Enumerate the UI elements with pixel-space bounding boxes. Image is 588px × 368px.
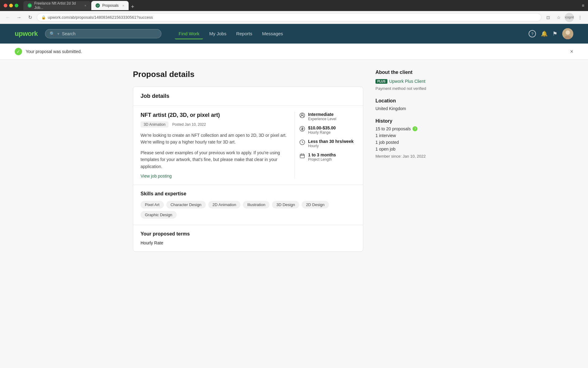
flag-icon[interactable]: ⚑ <box>552 30 557 37</box>
search-bar[interactable]: 🔍 ▾ Search <box>45 29 161 38</box>
close-dot[interactable] <box>4 4 7 7</box>
length-value: 1 to 3 months <box>308 152 336 157</box>
job-details-card: Job details NFT artist (2D, 3D, or pixel… <box>133 86 363 252</box>
user-avatar[interactable] <box>562 28 573 39</box>
main-content: Proposal details Job details NFT artist … <box>126 60 462 269</box>
tab1-title: Freelance Nft Artist 2d 3d Job... <box>34 1 81 10</box>
skill-2d-animation: 2D Animation <box>208 201 240 209</box>
job-description-1: We're looking to create an NFT collectio… <box>141 132 288 146</box>
experience-content: Intermediate Experience Level <box>308 112 336 121</box>
browser-tab-2[interactable]: U Proposals × <box>91 1 129 10</box>
maximize-dot[interactable] <box>15 4 18 7</box>
job-description-2: Please send over examples of your previo… <box>141 149 288 170</box>
upwork-logo[interactable]: upwork <box>15 30 38 38</box>
notifications-icon[interactable]: 🔔 <box>541 30 548 37</box>
incognito-profile[interactable]: Incognito <box>565 13 574 22</box>
tab2-title: Proposals <box>102 3 119 8</box>
job-info: NFT artist (2D, 3D, or pixel art) 3D Ani… <box>141 112 288 178</box>
tab2-close-icon[interactable]: × <box>122 4 124 7</box>
page-content: ✓ Your proposal was submitted. × Proposa… <box>0 44 588 368</box>
tab1-close-icon[interactable]: × <box>85 4 86 7</box>
incognito-label: Incognito <box>565 16 574 19</box>
clock-icon <box>300 140 305 146</box>
logo-text: upwork <box>15 30 38 37</box>
svg-point-4 <box>301 114 303 116</box>
location-section: Location United Kingdom <box>375 98 455 111</box>
svg-rect-7 <box>300 154 304 158</box>
help-icon[interactable]: ? <box>529 30 536 37</box>
job-posted: Posted Jan 10, 2022 <box>172 122 206 127</box>
length-stat: 1 to 3 months Project Length <box>300 152 356 162</box>
skill-3d-design: 3D Design <box>272 201 299 209</box>
browser-navbar: ← → ↻ 🔒 upwork.com/ab/proposals/14808346… <box>0 11 588 24</box>
job-header: NFT artist (2D, 3D, or pixel art) 3D Ani… <box>141 112 356 178</box>
skill-character-design: Character Design <box>166 201 206 209</box>
success-check-icon: ✓ <box>15 48 22 55</box>
calendar-icon <box>300 153 305 160</box>
plus-badge: PLUS <box>375 79 387 84</box>
banner-close-button[interactable]: × <box>570 48 573 55</box>
job-details-title: Job details <box>141 93 356 99</box>
browser-chrome: U Freelance Nft Artist 2d 3d Job... × U … <box>0 0 588 24</box>
skills-section: Skills and expertise Pixel Art Character… <box>133 185 363 225</box>
nav-find-work[interactable]: Find Work <box>175 29 203 39</box>
skills-title: Skills and expertise <box>141 191 356 197</box>
search-placeholder: Search <box>62 31 75 36</box>
nav-my-jobs[interactable]: My Jobs <box>205 29 230 39</box>
nav-reports[interactable]: Reports <box>232 29 256 39</box>
interviews-count: 1 interview <box>375 133 455 138</box>
main-nav: Find Work My Jobs Reports Messages <box>175 29 521 39</box>
card-header: Job details <box>133 87 363 106</box>
upwork-header: upwork 🔍 ▾ Search Find Work My Jobs Repo… <box>0 24 588 44</box>
location-text: United Kingdom <box>375 106 455 111</box>
lock-icon: 🔒 <box>41 15 46 20</box>
about-client-section: About the client PLUS Upwork Plus Client… <box>375 70 455 91</box>
address-text: upwork.com/ab/proposals/1480834621563330… <box>48 15 153 20</box>
reload-button[interactable]: ↻ <box>26 13 34 22</box>
search-icon: 🔍 <box>50 31 55 36</box>
length-content: 1 to 3 months Project Length <box>308 152 336 162</box>
plus-client-row: PLUS Upwork Plus Client <box>375 79 455 84</box>
open-jobs-count: 1 open job <box>375 147 455 151</box>
svg-point-1 <box>566 30 570 35</box>
window-more-icon[interactable]: ≡ <box>582 3 584 8</box>
experience-value: Intermediate <box>308 112 336 117</box>
plus-client-label: Upwork Plus Client <box>389 79 425 84</box>
proposed-terms-title: Your proposed terms <box>141 231 356 237</box>
rate-value: $10.00-$35.00 <box>308 125 336 130</box>
search-divider: ▾ <box>57 31 59 36</box>
job-meta: 3D Animation Posted Jan 10, 2022 <box>141 121 288 128</box>
nav-actions: ⊡ ☆ Incognito ⋮ <box>544 13 584 22</box>
proposals-badge: ? <box>413 126 417 131</box>
job-stats: Intermediate Experience Level $10.00-$35… <box>294 112 356 178</box>
tab1-icon: U <box>28 3 32 8</box>
address-bar[interactable]: 🔒 upwork.com/ab/proposals/14808346215633… <box>37 13 541 21</box>
success-banner: ✓ Your proposal was submitted. × <box>0 44 588 60</box>
view-job-posting-link[interactable]: View job posting <box>141 174 172 178</box>
jobs-posted-count: 1 job posted <box>375 140 455 145</box>
history-title: History <box>375 118 455 124</box>
nav-messages[interactable]: Messages <box>258 29 287 39</box>
forward-button[interactable]: → <box>15 13 23 22</box>
minimize-dot[interactable] <box>9 4 13 7</box>
success-message: Your proposal was submitted. <box>26 49 566 54</box>
proposed-terms-section: Your proposed terms Hourly Rate <box>133 225 363 251</box>
browser-tab-1[interactable]: U Freelance Nft Artist 2d 3d Job... × <box>23 1 91 10</box>
proposals-count: 15 to 20 proposals ? <box>375 126 455 131</box>
hours-stat: Less than 30 hrs/week Hourly <box>300 139 356 148</box>
tab2-icon: U <box>96 3 100 8</box>
hours-label: Hourly <box>308 144 354 148</box>
skill-graphic-design: Graphic Design <box>141 211 177 219</box>
location-title: Location <box>375 98 455 104</box>
cast-icon[interactable]: ⊡ <box>544 13 552 22</box>
more-options-icon[interactable]: ⋮ <box>576 13 584 22</box>
bookmark-icon[interactable]: ☆ <box>554 13 563 22</box>
back-button[interactable]: ← <box>4 13 12 22</box>
rate-label: Hourly Range <box>308 130 336 135</box>
card-body: NFT artist (2D, 3D, or pixel art) 3D Ani… <box>133 106 363 185</box>
browser-tabs: U Freelance Nft Artist 2d 3d Job... × U … <box>21 1 579 10</box>
new-tab-button[interactable]: + <box>131 4 134 10</box>
job-title: NFT artist (2D, 3D, or pixel art) <box>141 112 288 118</box>
content-left: Proposal details Job details NFT artist … <box>133 70 363 259</box>
job-tag: 3D Animation <box>141 121 168 128</box>
